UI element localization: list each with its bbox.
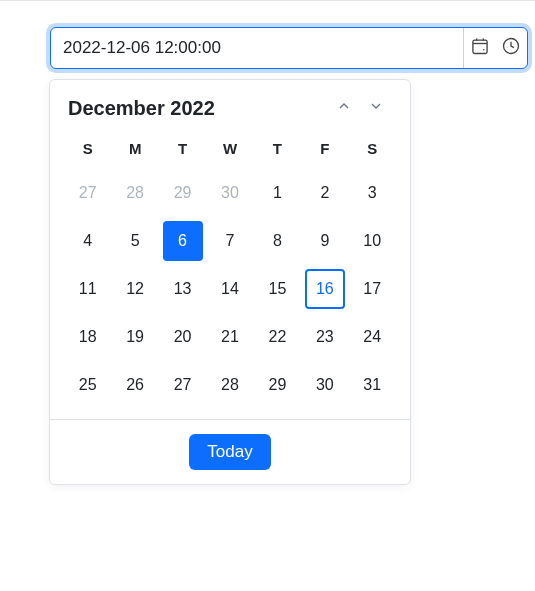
- calendar-day[interactable]: 28: [111, 171, 158, 215]
- calendar-day[interactable]: 20: [159, 315, 206, 359]
- weekday-label: T: [254, 134, 301, 163]
- weekday-label: M: [111, 134, 158, 163]
- calendar-day[interactable]: 2: [301, 171, 348, 215]
- calendar-day[interactable]: 28: [206, 363, 253, 407]
- chevron-up-icon: [336, 98, 352, 118]
- calendar-day[interactable]: 17: [349, 267, 396, 311]
- calendar-day[interactable]: 18: [64, 315, 111, 359]
- calendar-day[interactable]: 16: [301, 267, 348, 311]
- next-month-button[interactable]: [360, 94, 392, 122]
- svg-rect-0: [472, 40, 486, 53]
- calendar-day[interactable]: 3: [349, 171, 396, 215]
- calendar-day[interactable]: 22: [254, 315, 301, 359]
- calendar-day[interactable]: 30: [206, 171, 253, 215]
- calendar-day[interactable]: 10: [349, 219, 396, 263]
- time-toggle-button[interactable]: [495, 28, 527, 68]
- weekdays-row: SMTWTFS: [64, 134, 396, 163]
- input-container: [50, 27, 528, 69]
- weekday-label: S: [64, 134, 111, 163]
- calendar-day[interactable]: 7: [206, 219, 253, 263]
- chevron-down-icon: [368, 98, 384, 118]
- calendar-day[interactable]: 6: [159, 219, 206, 263]
- svg-point-4: [482, 49, 484, 51]
- prev-month-button[interactable]: [328, 94, 360, 122]
- calendar-day[interactable]: 9: [301, 219, 348, 263]
- calendar-day[interactable]: 8: [254, 219, 301, 263]
- calendar-icon: [470, 36, 490, 60]
- calendar-day[interactable]: 19: [111, 315, 158, 359]
- calendar-day[interactable]: 14: [206, 267, 253, 311]
- calendar-day[interactable]: 24: [349, 315, 396, 359]
- calendar-day[interactable]: 12: [111, 267, 158, 311]
- calendar-day[interactable]: 29: [159, 171, 206, 215]
- calendar-day[interactable]: 21: [206, 315, 253, 359]
- datetime-picker: December 2022 SMTWTFS 272829301234567891…: [50, 27, 528, 69]
- weekday-label: W: [206, 134, 253, 163]
- calendar-popup: December 2022 SMTWTFS 272829301234567891…: [49, 79, 411, 485]
- calendar-day[interactable]: 29: [254, 363, 301, 407]
- calendar-day[interactable]: 26: [111, 363, 158, 407]
- clock-icon: [501, 36, 521, 60]
- days-grid: 2728293012345678910111213141516171819202…: [64, 171, 396, 407]
- calendar-toggle-button[interactable]: [463, 28, 495, 68]
- calendar-day[interactable]: 27: [159, 363, 206, 407]
- calendar-footer: Today: [50, 419, 410, 484]
- calendar-day[interactable]: 5: [111, 219, 158, 263]
- calendar-day[interactable]: 13: [159, 267, 206, 311]
- calendar-day[interactable]: 31: [349, 363, 396, 407]
- calendar-day[interactable]: 27: [64, 171, 111, 215]
- calendar-day[interactable]: 11: [64, 267, 111, 311]
- weekday-label: S: [349, 134, 396, 163]
- calendar-day[interactable]: 25: [64, 363, 111, 407]
- calendar-header: December 2022: [64, 94, 396, 122]
- weekday-label: F: [301, 134, 348, 163]
- calendar-day[interactable]: 30: [301, 363, 348, 407]
- calendar-day[interactable]: 4: [64, 219, 111, 263]
- weekday-label: T: [159, 134, 206, 163]
- calendar-day[interactable]: 1: [254, 171, 301, 215]
- calendar-day[interactable]: 15: [254, 267, 301, 311]
- calendar-title[interactable]: December 2022: [68, 97, 328, 120]
- datetime-input[interactable]: [51, 30, 463, 66]
- calendar-day[interactable]: 23: [301, 315, 348, 359]
- today-button[interactable]: Today: [189, 434, 270, 470]
